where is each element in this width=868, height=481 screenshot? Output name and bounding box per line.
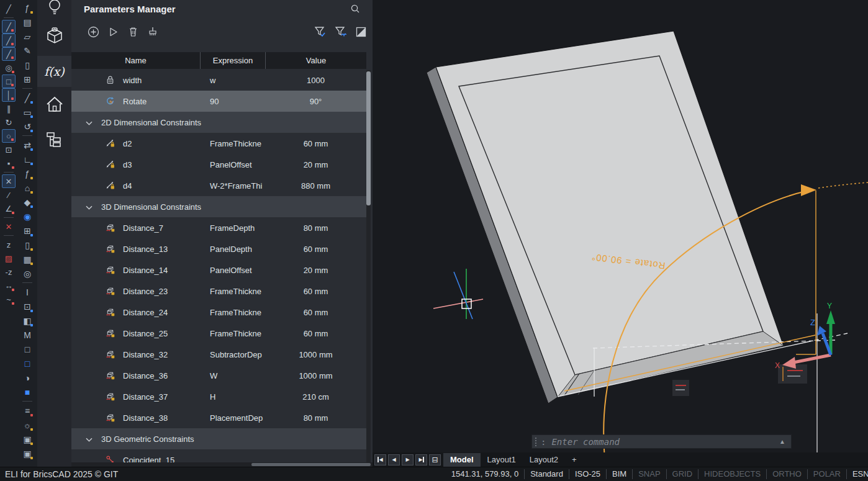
wall-3d-icon[interactable]: ▤ [20,15,34,29]
param-row-Distance_38[interactable]: Distance_38PlacementDep80 mm [71,407,366,428]
param-row-Distance_36[interactable]: Distance_36W1000 mm [71,365,366,386]
grid-add-icon[interactable]: ▦ [20,252,34,266]
param-value[interactable]: 20 mm [265,266,366,275]
hatch-region-icon[interactable]: ▨ [2,251,16,265]
add-parameter-button[interactable] [86,25,100,38]
light-dome-icon[interactable]: ☼ [20,418,34,432]
slab-icon[interactable]: ▱ [20,29,34,43]
chevron-down-icon[interactable] [86,118,93,127]
circle-3-point-icon[interactable]: ○ [2,129,16,143]
param-value[interactable]: 80 mm [265,223,366,233]
box-3d-icon[interactable]: ⊞ [20,72,34,86]
tab-layout2[interactable]: Layout2 [523,453,565,467]
param-expression[interactable]: FrameThickne [200,329,265,338]
param-value[interactable]: 20 mm [265,160,366,169]
param-row-Distance_32[interactable]: Distance_32SubtractorDep1000 mm [71,344,366,365]
param-expression[interactable]: FrameThickne [200,308,265,317]
contrast-toggle-button[interactable] [354,25,368,38]
previous-sheet-button[interactable]: ◀ [388,454,400,465]
param-expression[interactable]: W-2*FrameThi [200,181,265,191]
extrude-z-icon[interactable]: z [2,238,16,251]
chevron-down-icon[interactable] [86,434,93,444]
status-toggle-polar[interactable]: POLAR [807,469,846,479]
param-value[interactable]: 1000 mm [265,371,366,380]
param-row-Distance_23[interactable]: Distance_23FrameThickne60 mm [71,281,366,302]
circle-center-icon[interactable]: ◎ [2,61,16,74]
param-row-Distance_25[interactable]: Distance_25FrameThickne60 mm [71,323,366,344]
param-expression[interactable]: FrameThickne [200,287,265,296]
param-expression[interactable]: FrameThickne [200,139,265,148]
param-row-d4[interactable]: d4W-2*FrameThi880 mm [71,175,366,196]
command-input[interactable]: Enter command [551,437,620,447]
command-history-toggle[interactable]: ▲ [779,438,785,445]
chevron-down-icon[interactable] [86,202,93,212]
param-row-Coincident_15[interactable]: Coincident_15 [71,449,366,462]
profile-angle-icon[interactable]: ∟ [20,152,34,166]
status-toggle-grid[interactable]: GRID [666,469,698,479]
overlap-rectangles-icon[interactable]: ⊡ [2,143,16,156]
offset-negative-z-icon[interactable]: -z [2,265,16,279]
param-value[interactable]: 60 mm [265,329,366,338]
bim-solid-icon[interactable]: ◆ [20,195,34,209]
no-intersection-icon[interactable]: ✕ [2,174,16,188]
horizontal-scrollbar[interactable] [71,462,373,467]
cube-wireframe-icon[interactable]: □ [20,342,34,356]
param-value[interactable]: 60 mm [265,308,366,317]
status-toggle-ortho[interactable]: ORTHO [766,469,807,479]
tangent-point-icon[interactable]: ~ [2,292,16,306]
sheet-list-button[interactable]: ⊟ [429,454,441,465]
point-icon[interactable]: ▪ [2,156,16,170]
param-row-Distance_14[interactable]: Distance_14PanelOffset20 mm [71,259,366,281]
tab-layout1[interactable]: Layout1 [481,453,523,467]
viewport-add-icon[interactable]: ⊞ [20,223,34,238]
fx-lock-icon[interactable]: ƒ [20,1,34,15]
param-expression[interactable]: 90 [200,97,265,106]
layer-visibility-icon[interactable]: ≡ [20,403,34,418]
param-expression[interactable]: H [200,392,265,402]
column-header-expression[interactable]: Expression [200,52,265,69]
viewport-3d[interactable]: Rotate = 90.00° X [373,0,868,453]
param-row-width[interactable]: widthw1000 [71,70,366,91]
param-row-d3[interactable]: d3PanelOffset20 mm [71,154,366,175]
param-expression[interactable]: PanelOffset [200,160,265,169]
vertical-scrollbar-thumb[interactable] [366,71,371,205]
light-box-2-icon[interactable]: ▣ [20,446,34,461]
purge-parameters-button[interactable] [146,25,160,38]
param-expression[interactable]: SubtractorDep [200,350,265,359]
status-toggle-iso-25[interactable]: ISO-25 [569,469,606,479]
cube-shaded-icon[interactable]: ■ [20,385,34,399]
parallel-lines-icon[interactable]: ∥ [2,102,16,115]
status-toggle-bim[interactable]: BIM [606,469,632,479]
launcher-model-tools[interactable] [37,23,71,52]
line-sketch-icon[interactable]: ╱ [20,91,34,105]
next-sheet-button[interactable]: ▶ [402,454,414,465]
rectangle-sketch-icon[interactable]: ▭ [20,105,34,119]
status-toggle-esnap[interactable]: ESNAP [846,469,868,479]
param-value[interactable]: 210 cm [265,392,366,402]
parametrize-fx-icon[interactable]: ƒ [20,166,34,181]
evaluate-parameter-button[interactable] [106,25,120,38]
selection-modes-icon[interactable]: ⊡ [20,299,34,313]
dimension-span-icon[interactable]: ↔ [2,279,16,292]
push-pull-icon[interactable]: ⇄ [20,138,34,152]
vertical-scrollbar[interactable] [366,70,371,462]
command-bar-grip[interactable] [535,438,536,446]
status-toggle-standard[interactable]: Standard [524,469,569,479]
tab-model[interactable]: Model [443,453,481,467]
param-value[interactable]: 1000 [265,76,366,85]
cube-edges-icon[interactable]: □ [20,356,34,371]
section-header[interactable]: 3D Dimensional Constraints [71,196,366,217]
param-row-Distance_37[interactable]: Distance_37H210 cm [71,386,366,407]
launcher-structure-browser[interactable] [37,127,71,155]
status-toggle-snap[interactable]: SNAP [632,469,666,479]
intersect-line-icon[interactable]: ∕ [2,188,16,202]
param-expression[interactable]: W [200,371,265,380]
paint-brush-icon[interactable]: ✎ [20,43,34,58]
line-endpoint-icon[interactable]: ╱ [2,47,16,61]
mesh-sphere-icon[interactable]: ◎ [20,266,34,281]
param-value[interactable]: 1000 mm [265,350,366,359]
line-2-point-icon[interactable]: ╱ [2,20,16,34]
line-midpoint-icon[interactable]: ╱ [2,34,16,47]
launcher-home[interactable] [37,91,71,120]
render-style-icon[interactable]: ◉ [20,209,34,223]
